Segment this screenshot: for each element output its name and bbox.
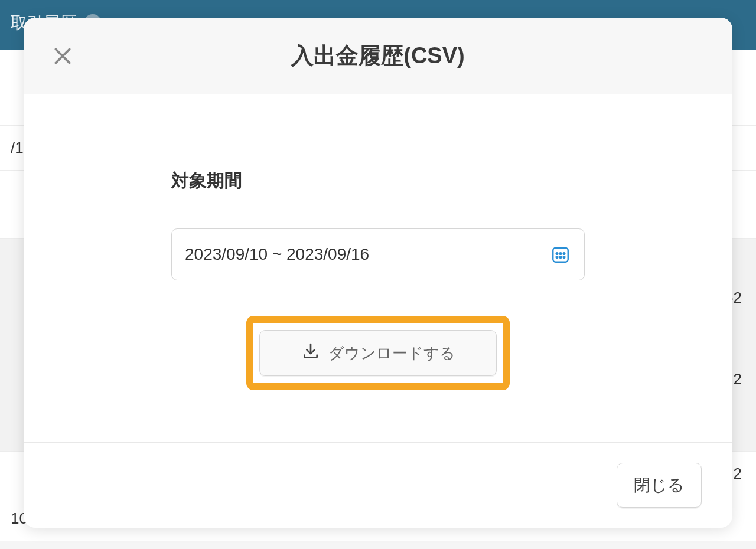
date-range-input[interactable]: 2023/09/10 ~ 2023/09/16 — [171, 228, 585, 280]
svg-point-7 — [560, 256, 562, 258]
modal-body: 対象期間 2023/09/10 ~ 2023/09/16 — [24, 94, 732, 443]
modal-title: 入出金履歴(CSV) — [291, 41, 464, 71]
download-button[interactable]: ダウンロードする — [259, 330, 497, 376]
modal-footer: 閉じる — [24, 443, 732, 528]
svg-point-6 — [556, 256, 558, 258]
download-highlight: ダウンロードする — [246, 316, 510, 390]
download-icon — [301, 342, 320, 365]
modal-header: 入出金履歴(CSV) — [24, 18, 732, 94]
svg-point-3 — [556, 253, 558, 254]
close-button[interactable]: 閉じる — [617, 463, 702, 508]
svg-point-8 — [563, 256, 565, 258]
date-range-value: 2023/09/10 ~ 2023/09/16 — [185, 245, 369, 264]
period-label: 対象期間 — [171, 169, 585, 193]
svg-point-5 — [563, 253, 565, 254]
close-icon[interactable] — [48, 42, 77, 70]
calendar-icon — [550, 244, 571, 265]
download-label: ダウンロードする — [328, 343, 455, 364]
svg-point-4 — [560, 253, 562, 254]
csv-export-modal: 入出金履歴(CSV) 対象期間 2023/09/10 ~ 2023/09/16 — [24, 18, 732, 528]
